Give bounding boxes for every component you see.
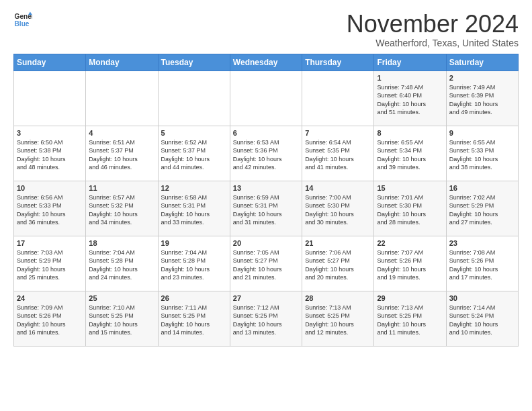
calendar-cell: 27Sunrise: 7:12 AM Sunset: 5:25 PM Dayli… [230,291,302,346]
title-block: November 2024 Weatherford, Texas, United… [347,11,519,48]
day-info: Sunrise: 6:58 AM Sunset: 5:31 PM Dayligh… [161,193,227,227]
day-info: Sunrise: 7:07 AM Sunset: 5:26 PM Dayligh… [377,248,443,282]
week-row-3: 17Sunrise: 7:03 AM Sunset: 5:29 PM Dayli… [14,236,519,291]
day-info: Sunrise: 7:13 AM Sunset: 5:25 PM Dayligh… [377,304,443,337]
calendar-cell: 6Sunrise: 6:53 AM Sunset: 5:36 PM Daylig… [230,126,302,181]
calendar-cell: 24Sunrise: 7:09 AM Sunset: 5:26 PM Dayli… [14,291,86,346]
day-number: 21 [305,239,371,247]
day-info: Sunrise: 7:10 AM Sunset: 5:25 PM Dayligh… [89,304,154,337]
day-number: 12 [161,184,227,192]
col-saturday: Saturday [446,54,518,71]
calendar-cell [86,71,158,126]
day-info: Sunrise: 7:49 AM Sunset: 6:39 PM Dayligh… [449,83,515,117]
calendar-cell: 2Sunrise: 7:49 AM Sunset: 6:39 PM Daylig… [446,71,518,126]
day-info: Sunrise: 7:08 AM Sunset: 5:26 PM Dayligh… [449,248,515,282]
day-number: 16 [449,184,515,192]
day-number: 30 [449,294,515,302]
day-info: Sunrise: 6:56 AM Sunset: 5:33 PM Dayligh… [17,193,83,227]
day-number: 14 [305,184,371,192]
day-info: Sunrise: 7:01 AM Sunset: 5:30 PM Dayligh… [377,193,443,227]
day-info: Sunrise: 6:55 AM Sunset: 5:34 PM Dayligh… [377,138,443,172]
calendar-cell: 19Sunrise: 7:04 AM Sunset: 5:28 PM Dayli… [158,236,230,291]
calendar-cell: 12Sunrise: 6:58 AM Sunset: 5:31 PM Dayli… [158,181,230,236]
day-info: Sunrise: 7:14 AM Sunset: 5:24 PM Dayligh… [449,304,515,337]
day-info: Sunrise: 7:04 AM Sunset: 5:28 PM Dayligh… [89,248,154,282]
day-info: Sunrise: 7:09 AM Sunset: 5:26 PM Dayligh… [17,304,83,337]
day-info: Sunrise: 7:03 AM Sunset: 5:29 PM Dayligh… [17,248,83,282]
day-number: 9 [449,129,515,137]
day-number: 29 [377,294,443,302]
day-info: Sunrise: 6:52 AM Sunset: 5:37 PM Dayligh… [161,138,227,172]
day-info: Sunrise: 7:04 AM Sunset: 5:28 PM Dayligh… [161,248,227,282]
day-info: Sunrise: 6:54 AM Sunset: 5:35 PM Dayligh… [305,138,371,172]
day-number: 1 [377,74,443,82]
logo: General Blue [13,11,32,30]
day-number: 19 [161,239,227,247]
day-info: Sunrise: 7:11 AM Sunset: 5:25 PM Dayligh… [161,304,227,337]
svg-text:Blue: Blue [15,20,30,28]
col-thursday: Thursday [302,54,374,71]
col-sunday: Sunday [14,54,86,71]
day-info: Sunrise: 7:02 AM Sunset: 5:29 PM Dayligh… [449,193,515,227]
calendar-cell: 15Sunrise: 7:01 AM Sunset: 5:30 PM Dayli… [374,181,446,236]
day-info: Sunrise: 7:13 AM Sunset: 5:25 PM Dayligh… [305,304,371,337]
day-info: Sunrise: 6:55 AM Sunset: 5:33 PM Dayligh… [449,138,515,172]
day-number: 5 [161,129,227,137]
day-number: 22 [377,239,443,247]
day-info: Sunrise: 6:53 AM Sunset: 5:36 PM Dayligh… [233,138,299,172]
day-info: Sunrise: 7:05 AM Sunset: 5:27 PM Dayligh… [233,248,299,282]
calendar-table: Sunday Monday Tuesday Wednesday Thursday… [13,54,519,347]
calendar-cell [158,71,230,126]
calendar-cell: 30Sunrise: 7:14 AM Sunset: 5:24 PM Dayli… [446,291,518,346]
calendar-cell: 8Sunrise: 6:55 AM Sunset: 5:34 PM Daylig… [374,126,446,181]
page: General Blue November 2024 Weatherford, … [0,0,532,411]
day-info: Sunrise: 6:51 AM Sunset: 5:37 PM Dayligh… [89,138,154,172]
header-row: Sunday Monday Tuesday Wednesday Thursday… [14,54,519,71]
calendar-cell: 9Sunrise: 6:55 AM Sunset: 5:33 PM Daylig… [446,126,518,181]
day-number: 7 [305,129,371,137]
col-wednesday: Wednesday [230,54,302,71]
calendar-cell: 16Sunrise: 7:02 AM Sunset: 5:29 PM Dayli… [446,181,518,236]
header: General Blue November 2024 Weatherford, … [13,11,519,48]
col-monday: Monday [86,54,158,71]
calendar-cell [230,71,302,126]
calendar-cell: 7Sunrise: 6:54 AM Sunset: 5:35 PM Daylig… [302,126,374,181]
calendar-cell [302,71,374,126]
day-number: 25 [89,294,154,302]
calendar-cell: 18Sunrise: 7:04 AM Sunset: 5:28 PM Dayli… [86,236,158,291]
calendar-cell: 13Sunrise: 6:59 AM Sunset: 5:31 PM Dayli… [230,181,302,236]
calendar-cell: 23Sunrise: 7:08 AM Sunset: 5:26 PM Dayli… [446,236,518,291]
day-number: 15 [377,184,443,192]
week-row-2: 10Sunrise: 6:56 AM Sunset: 5:33 PM Dayli… [14,181,519,236]
day-info: Sunrise: 7:12 AM Sunset: 5:25 PM Dayligh… [233,304,299,337]
day-number: 18 [89,239,154,247]
day-number: 10 [17,184,83,192]
calendar-cell: 1Sunrise: 7:48 AM Sunset: 6:40 PM Daylig… [374,71,446,126]
month-title: November 2024 [347,11,519,38]
calendar-cell: 11Sunrise: 6:57 AM Sunset: 5:32 PM Dayli… [86,181,158,236]
day-number: 3 [17,129,83,137]
day-number: 28 [305,294,371,302]
day-number: 8 [377,129,443,137]
col-tuesday: Tuesday [158,54,230,71]
day-number: 2 [449,74,515,82]
day-number: 23 [449,239,515,247]
week-row-1: 3Sunrise: 6:50 AM Sunset: 5:38 PM Daylig… [14,126,519,181]
calendar-cell: 21Sunrise: 7:06 AM Sunset: 5:27 PM Dayli… [302,236,374,291]
calendar-cell: 17Sunrise: 7:03 AM Sunset: 5:29 PM Dayli… [14,236,86,291]
calendar-cell: 10Sunrise: 6:56 AM Sunset: 5:33 PM Dayli… [14,181,86,236]
day-number: 20 [233,239,299,247]
calendar-cell: 25Sunrise: 7:10 AM Sunset: 5:25 PM Dayli… [86,291,158,346]
calendar-cell: 14Sunrise: 7:00 AM Sunset: 5:30 PM Dayli… [302,181,374,236]
calendar-cell: 20Sunrise: 7:05 AM Sunset: 5:27 PM Dayli… [230,236,302,291]
location: Weatherford, Texas, United States [347,38,519,48]
day-number: 6 [233,129,299,137]
day-number: 13 [233,184,299,192]
day-info: Sunrise: 7:00 AM Sunset: 5:30 PM Dayligh… [305,193,371,227]
day-number: 26 [161,294,227,302]
day-info: Sunrise: 7:06 AM Sunset: 5:27 PM Dayligh… [305,248,371,282]
day-info: Sunrise: 7:48 AM Sunset: 6:40 PM Dayligh… [377,83,443,117]
day-number: 27 [233,294,299,302]
calendar-cell: 4Sunrise: 6:51 AM Sunset: 5:37 PM Daylig… [86,126,158,181]
calendar-cell: 28Sunrise: 7:13 AM Sunset: 5:25 PM Dayli… [302,291,374,346]
